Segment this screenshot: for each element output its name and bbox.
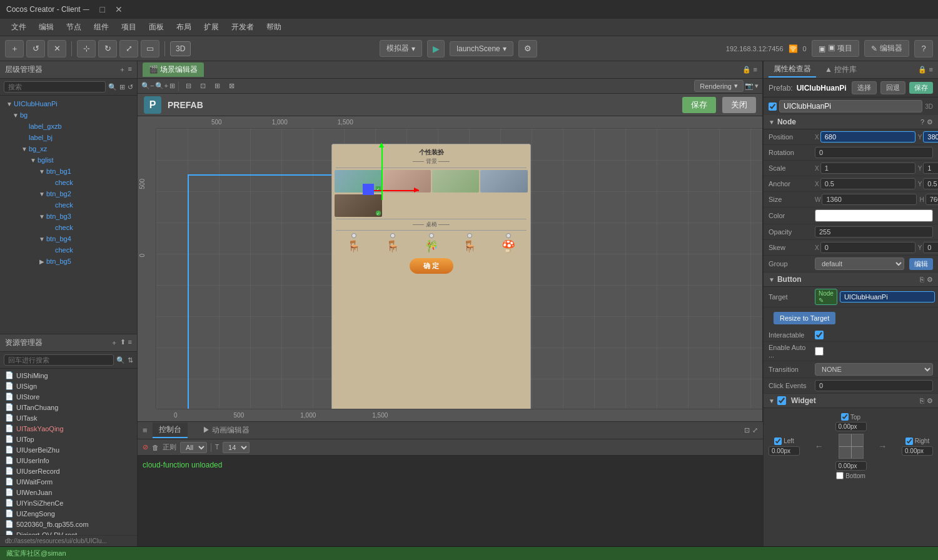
asset-item-UISign[interactable]: 📄 UISign: [0, 381, 137, 391]
layer-search-input[interactable]: [4, 81, 106, 92]
click-events-input[interactable]: [815, 380, 933, 391]
tree-item-check-4[interactable]: check: [0, 244, 137, 256]
tree-item-btn-bg1[interactable]: ▼ btn_bg1: [0, 166, 137, 177]
zoom-out-icon[interactable]: 🔍−: [141, 82, 154, 90]
asset-item-UITanChuang[interactable]: 📄 UITanChuang: [0, 402, 137, 412]
tree-item-btn-bg4[interactable]: ▼ btn_bg4: [0, 233, 137, 244]
color-swatch[interactable]: [815, 209, 933, 222]
bg-item-5[interactable]: ✓: [335, 194, 382, 217]
asset-item-UITask[interactable]: 📄 UITask: [0, 412, 137, 423]
chair-item-3[interactable]: 🎋: [425, 233, 438, 253]
widget-settings-icon[interactable]: ⚙: [927, 397, 933, 405]
asset-item-UIWaitForm[interactable]: 📄 UIWaitForm: [0, 476, 137, 487]
scene-panel-menu-icon[interactable]: ≡: [754, 66, 757, 74]
position-x-input[interactable]: [820, 131, 915, 142]
asset-item-UITaskYaoQing[interactable]: 📄 UITaskYaoQing: [0, 423, 137, 434]
enable-auto-checkbox[interactable]: [815, 347, 824, 356]
skew-x-input[interactable]: [820, 242, 915, 253]
position-y-input[interactable]: [923, 131, 938, 142]
tree-toggle-btn-bg4[interactable]: ▼: [38, 236, 46, 242]
chair-item-5[interactable]: 🍄: [502, 233, 515, 253]
resize-to-target-button[interactable]: Resize to Target: [774, 312, 835, 324]
size-h-input[interactable]: [925, 194, 938, 205]
scene-view-btn-1[interactable]: ⊟: [182, 81, 195, 91]
scene-view-btn-2[interactable]: ⊡: [196, 81, 209, 91]
tree-item-UIClubHuanPi[interactable]: ▼ UIClubHuanPi: [0, 98, 137, 109]
prefab-close-button[interactable]: 关闭: [722, 97, 756, 113]
asset-item-UIZengSong[interactable]: 📄 UIZengSong: [0, 508, 137, 519]
menu-layout[interactable]: 布局: [170, 19, 198, 35]
tree-toggle-bg[interactable]: ▼: [11, 112, 20, 119]
menu-developer[interactable]: 开发者: [225, 19, 260, 35]
layer-menu-icon[interactable]: ≡: [128, 65, 132, 74]
maximize-button[interactable]: □: [97, 4, 108, 15]
rect-tool-button[interactable]: ▭: [141, 40, 159, 58]
asset-search-icon[interactable]: 🔍: [116, 356, 125, 364]
tree-item-btn-bg2[interactable]: ▼ btn_bg2: [0, 188, 137, 199]
scene-selector[interactable]: launchScene ▾: [450, 41, 513, 56]
refresh-tool-button[interactable]: ↺: [26, 40, 45, 58]
console-level-select[interactable]: All: [180, 442, 207, 453]
widget-bottom-value[interactable]: [835, 461, 867, 471]
3d-toggle[interactable]: 3D: [170, 41, 191, 56]
play-button[interactable]: ▶: [427, 40, 445, 58]
zoom-in-icon[interactable]: 🔍+: [155, 82, 168, 90]
widget-right-checkbox[interactable]: [905, 438, 913, 445]
scale-x-input[interactable]: [820, 162, 915, 174]
bottom-tab-console[interactable]: ≡: [143, 426, 148, 435]
skew-y-input[interactable]: [923, 242, 938, 253]
asset-item-UIYinSiZhenCe[interactable]: 📄 UIYinSiZhenCe: [0, 498, 137, 508]
scene-menu-icon[interactable]: ▾: [755, 82, 759, 90]
filter-icon[interactable]: ⊞: [119, 83, 125, 91]
tree-toggle-bglist[interactable]: ▼: [29, 157, 38, 164]
prefab-select-button[interactable]: 选择: [852, 81, 877, 94]
tree-toggle-UIClubHuanPi[interactable]: ▼: [5, 101, 14, 108]
tree-item-bg-xz[interactable]: ▼ bg_xz: [0, 143, 137, 154]
target-value-input[interactable]: [840, 291, 935, 302]
editor-button[interactable]: ✎ 编辑器: [864, 40, 909, 57]
scene-editor-tab[interactable]: 🎬 场景编辑器: [143, 62, 204, 77]
tree-toggle-btn-bg1[interactable]: ▼: [38, 168, 46, 175]
rpanel-tab-inspector[interactable]: 属性检查器: [769, 62, 816, 78]
tree-toggle-btn-bg3[interactable]: ▼: [38, 213, 46, 220]
widget-left-checkbox[interactable]: [774, 438, 782, 445]
asset-item-file2[interactable]: 📄 Digicert-OV-DV-root: [0, 529, 137, 535]
scale-y-input[interactable]: [923, 162, 938, 174]
close-button[interactable]: ✕: [113, 4, 124, 15]
widget-enable-checkbox[interactable]: [777, 396, 786, 405]
asset-import-icon[interactable]: ⬆: [120, 338, 126, 348]
console-error-icon[interactable]: ⊘: [143, 443, 148, 451]
bottom-tab-animation[interactable]: ▶ 动画编辑器: [196, 423, 256, 438]
scene-view-btn-3[interactable]: ⊞: [211, 81, 224, 91]
confirm-button[interactable]: 确 定: [410, 258, 453, 274]
minimize-button[interactable]: ─: [81, 4, 92, 15]
project-button[interactable]: ▣ ▣ 项目: [812, 40, 859, 57]
asset-item-UIUserBeiZhu[interactable]: 📄 UIUserBeiZhu: [0, 444, 137, 455]
bottom-panel-max-icon[interactable]: ⤢: [752, 426, 758, 434]
console-clear-icon[interactable]: 🗑: [152, 444, 159, 451]
tree-toggle-bg-xz[interactable]: ▼: [20, 146, 29, 152]
tree-item-check-1[interactable]: check: [0, 177, 137, 188]
menu-help[interactable]: 帮助: [260, 19, 288, 35]
rotate-tool-button[interactable]: ↻: [98, 40, 117, 58]
console-num-select[interactable]: 14: [223, 442, 250, 453]
refresh-icon[interactable]: ↺: [128, 83, 133, 91]
zoom-fit-icon[interactable]: ⊞: [169, 82, 175, 90]
search-icon[interactable]: 🔍: [108, 83, 117, 91]
prefab-save-btn[interactable]: 保存: [909, 82, 933, 94]
asset-item-UIShiMing[interactable]: 📄 UIShiMing: [0, 370, 137, 381]
asset-item-UITop[interactable]: 📄 UITop: [0, 434, 137, 444]
bg-item-3[interactable]: ✓: [432, 170, 480, 192]
button-settings-icon[interactable]: ⚙: [927, 276, 933, 284]
tree-item-bg[interactable]: ▼ bg: [0, 109, 137, 121]
tree-item-check-3[interactable]: check: [0, 222, 137, 233]
button-copy-icon[interactable]: ⎘: [920, 276, 924, 284]
widget-right-value[interactable]: [902, 446, 933, 456]
asset-sort-icon[interactable]: ⇅: [128, 356, 133, 364]
asset-add-icon[interactable]: ＋: [111, 338, 118, 348]
menu-project[interactable]: 项目: [115, 19, 143, 35]
add-tool-button[interactable]: ＋: [5, 40, 24, 58]
asset-search-input[interactable]: [4, 354, 114, 366]
chair-item-4[interactable]: 🪑: [463, 233, 477, 253]
scene-view-btn-4[interactable]: ⊠: [225, 81, 238, 91]
